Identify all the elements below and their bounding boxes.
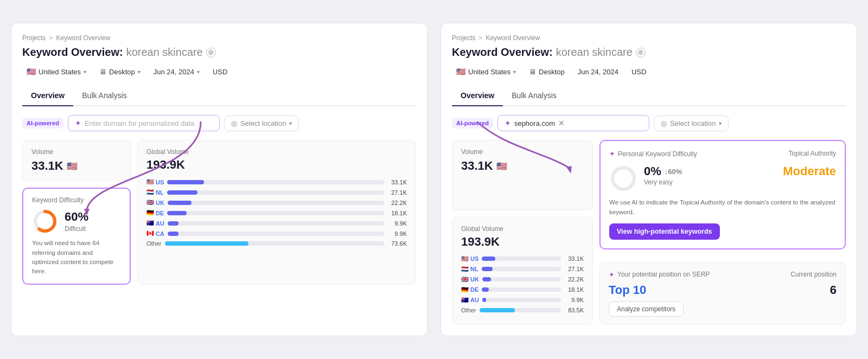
device-selector-1[interactable]: 🖥 Desktop ▾ <box>95 66 145 78</box>
location-selector-1[interactable]: 🇺🇸 United States ▾ <box>22 65 91 78</box>
location-select-2[interactable]: ◎ Select location ▾ <box>654 116 729 131</box>
country-value: 18.1K <box>387 210 407 216</box>
country-row: 🇺🇸 US33.1K <box>461 255 584 262</box>
bar-track <box>482 277 561 281</box>
location-dropdown-arrow-1: ▾ <box>84 69 86 75</box>
date-selector-1[interactable]: Jun 24, 2024 ▾ <box>149 66 204 78</box>
breadcrumb-keyword-overview-2[interactable]: Keyword Overview <box>486 34 540 42</box>
breadcrumb-1: Projects > Keyword Overview <box>22 34 416 42</box>
bar-fill <box>167 190 197 195</box>
toolbar-1: 🇺🇸 United States ▾ 🖥 Desktop ▾ Jun 24, 2… <box>22 65 416 78</box>
location-select-1[interactable]: ◎ Select location ▾ <box>224 116 299 131</box>
country-code: 🇩🇪 DE <box>146 209 164 216</box>
volume-value-1: 33.1K 🇺🇸 <box>31 159 122 173</box>
tab-bulk-analysis-1[interactable]: Bulk Analysis <box>73 87 135 106</box>
bar-track <box>167 211 384 215</box>
tab-overview-2[interactable]: Overview <box>452 87 503 106</box>
clear-domain-button[interactable]: ✕ <box>558 119 565 127</box>
pkd-card: ✦ Personal Keyword Difficulty Topical Au… <box>599 140 846 249</box>
us-flag-2: 🇺🇸 <box>456 67 465 76</box>
pkd-level: Very easy <box>644 178 776 186</box>
desktop-icon-1: 🖥 <box>99 68 106 76</box>
location-selector-2[interactable]: 🇺🇸 United States ▾ <box>452 65 520 78</box>
currency-label-2: USD <box>627 66 650 78</box>
search-bar-1: AI-powered ✦ ◎ Select location ▾ <box>22 115 416 131</box>
add-keyword-button-2[interactable]: ⊕ <box>636 48 646 57</box>
bar-track <box>168 232 384 236</box>
difficulty-desc-1: You will need to have 64 referring domai… <box>32 239 121 276</box>
country-value: 22.2K <box>564 276 584 283</box>
tab-overview-1[interactable]: Overview <box>22 87 73 106</box>
date-dropdown-arrow-1: ▾ <box>197 69 200 75</box>
location-label-2: United States <box>468 68 510 76</box>
svg-point-2 <box>612 168 634 189</box>
serp-title-text: Your potential position on SERP <box>617 271 710 278</box>
global-volume-card-1: Global Volume 193.9K 🇺🇸 US33.1K🇳🇱 NL27.1… <box>137 140 416 285</box>
page-wrapper: Projects > Keyword Overview Keyword Over… <box>11 23 857 336</box>
country-code: 🇳🇱 NL <box>461 266 478 273</box>
analyze-competitors-button[interactable]: Analyze competitors <box>609 302 684 317</box>
country-code: Other <box>461 307 476 313</box>
pkd-body: 0% ↓60% Very easy Moderate <box>609 164 836 193</box>
bar-track <box>167 190 384 195</box>
country-row: 🇨🇦 CA9.9K <box>146 230 407 237</box>
bar-fill <box>482 298 486 302</box>
bar-fill <box>167 180 204 184</box>
left-col-1: Volume 33.1K 🇺🇸 Keyword Difficulty <box>22 140 131 285</box>
date-text-2: Jun 24, 2024 <box>578 68 618 76</box>
global-value-1: 193.9K <box>146 158 407 172</box>
tabs-1: Overview Bulk Analysis <box>22 87 416 106</box>
domain-input-wrapper-2[interactable]: ✦ sephora.com ✕ <box>497 115 649 131</box>
domain-input-wrapper-1[interactable]: ✦ <box>68 115 220 131</box>
bar-track <box>482 257 561 261</box>
date-label-1: Jun 24, 2024 <box>154 68 194 76</box>
bar-track <box>168 221 384 226</box>
add-keyword-button-1[interactable]: ⊕ <box>206 48 216 57</box>
breadcrumb-2: Projects > Keyword Overview <box>452 34 846 42</box>
country-row: 🇳🇱 NL27.1K <box>146 189 407 196</box>
title-keyword-1: korean skincare <box>126 46 203 59</box>
breadcrumb-projects-2[interactable]: Projects <box>452 34 475 42</box>
date-label-2: Jun 24, 2024 <box>573 66 623 78</box>
country-value: 33.1K <box>564 255 584 262</box>
pkd-title-text: Personal Keyword Difficulty <box>618 150 697 158</box>
country-row: Other73.6K <box>146 240 407 247</box>
serp-values: Top 10 6 <box>609 283 837 297</box>
tab-bulk-analysis-2[interactable]: Bulk Analysis <box>503 87 565 106</box>
bar-fill <box>168 201 192 205</box>
bar-track <box>168 201 384 205</box>
spark-icon-1: ✦ <box>75 119 81 127</box>
country-list-2: 🇺🇸 US33.1K🇳🇱 NL27.1K🇬🇧 UK22.2K🇩🇪 DE18.1K… <box>461 255 584 313</box>
bar-fill <box>482 287 489 292</box>
breadcrumb-sep-2: > <box>478 34 482 42</box>
pkd-spark-icon: ✦ <box>609 150 615 158</box>
pkd-header: ✦ Personal Keyword Difficulty Topical Au… <box>609 150 836 158</box>
country-code: 🇬🇧 UK <box>146 199 164 206</box>
breadcrumb-projects[interactable]: Projects <box>22 34 46 42</box>
difficulty-card-1: Keyword Difficulty 60% Difficult <box>22 188 131 285</box>
bar-fill <box>482 267 493 271</box>
global-label-2: Global Volume <box>461 225 584 233</box>
country-row: 🇦🇺 AU9.9K <box>146 220 407 227</box>
pkd-desc: We use AI to indicate the Topical Author… <box>609 198 836 217</box>
title-prefix-1: Keyword Overview: <box>22 46 123 59</box>
country-list-1: 🇺🇸 US33.1K🇳🇱 NL27.1K🇬🇧 UK22.2K🇩🇪 DE18.1K… <box>146 178 407 247</box>
view-keywords-button[interactable]: View high-potential keywords <box>609 223 720 240</box>
country-value: 18.1K <box>564 286 584 293</box>
global-value-2: 193.9K <box>461 235 584 249</box>
pkd-pct: 0% ↓60% <box>644 164 776 178</box>
global-label-1: Global Volume <box>146 148 407 156</box>
global-volume-card-2: Global Volume 193.9K 🇺🇸 US33.1K🇳🇱 NL27.1… <box>452 217 593 325</box>
country-row: 🇬🇧 UK22.2K <box>146 199 407 206</box>
panel2-right: ✦ Personal Keyword Difficulty Topical Au… <box>599 140 846 325</box>
country-value: 27.1K <box>564 266 584 272</box>
serp-card: ✦ Your potential position on SERP Curren… <box>599 262 846 325</box>
country-value: 27.1K <box>387 189 407 196</box>
difficulty-row-1: 60% Difficult <box>32 208 121 234</box>
breadcrumb-keyword-overview[interactable]: Keyword Overview <box>56 34 110 42</box>
volume-flag-2: 🇺🇸 <box>496 161 507 171</box>
pkd-donut <box>609 164 637 193</box>
ai-badge-1: AI-powered <box>22 118 63 129</box>
domain-input-1[interactable] <box>85 119 213 127</box>
country-code: 🇺🇸 US <box>146 178 164 185</box>
